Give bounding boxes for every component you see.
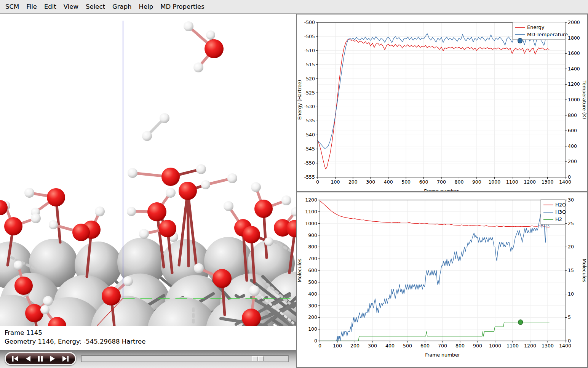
svg-text:400: 400 bbox=[308, 291, 317, 297]
hydrogen-atom[interactable] bbox=[194, 263, 204, 273]
svg-text:-540: -540 bbox=[304, 132, 315, 138]
svg-text:700: 700 bbox=[438, 343, 447, 349]
svg-text:0: 0 bbox=[316, 179, 319, 185]
hydrogen-atom[interactable] bbox=[24, 188, 34, 198]
oxygen-atom[interactable] bbox=[47, 188, 65, 206]
svg-text:400: 400 bbox=[384, 179, 393, 185]
svg-text:Temperature (K): Temperature (K) bbox=[582, 80, 587, 119]
hydrogen-atom[interactable] bbox=[43, 296, 53, 306]
svg-text:1000: 1000 bbox=[489, 343, 501, 349]
hydrogen-atom[interactable] bbox=[128, 168, 137, 178]
energy-temperature-chart[interactable]: 0100200300400500600700800900100011001200… bbox=[297, 14, 587, 191]
oxygen-atom[interactable] bbox=[14, 277, 33, 295]
menu-scm[interactable]: SCM bbox=[5, 3, 19, 10]
molecule-count-chart-panel[interactable]: 0100200300400500600700800900100011001200… bbox=[296, 192, 588, 368]
svg-text:1200: 1200 bbox=[305, 197, 317, 203]
oxygen-atom[interactable] bbox=[205, 39, 224, 58]
play-button[interactable] bbox=[48, 356, 57, 362]
menu-edit[interactable]: Edit bbox=[44, 3, 56, 10]
molecule-scene bbox=[0, 14, 296, 326]
svg-text:600: 600 bbox=[568, 128, 577, 133]
svg-text:Frame number: Frame number bbox=[424, 188, 459, 191]
svg-text:-520: -520 bbox=[304, 76, 315, 82]
svg-text:Energy: Energy bbox=[527, 24, 545, 30]
last-frame-button[interactable] bbox=[61, 356, 69, 362]
oxygen-atom[interactable] bbox=[161, 168, 180, 186]
svg-text:MD-Temperature: MD-Temperature bbox=[527, 32, 568, 37]
menu-view[interactable]: View bbox=[64, 3, 78, 10]
hydrogen-atom[interactable] bbox=[251, 182, 261, 192]
svg-text:600: 600 bbox=[308, 267, 317, 273]
oxygen-atom[interactable] bbox=[243, 226, 260, 243]
svg-text:1000: 1000 bbox=[568, 97, 580, 102]
svg-text:300: 300 bbox=[368, 343, 377, 349]
hydrogen-atom[interactable] bbox=[127, 207, 136, 216]
svg-text:10: 10 bbox=[568, 291, 574, 297]
hydrogen-atom[interactable] bbox=[281, 195, 291, 205]
svg-text:Frame number: Frame number bbox=[425, 352, 460, 358]
oxygen-atom[interactable] bbox=[72, 224, 90, 241]
svg-text:500: 500 bbox=[403, 343, 412, 349]
svg-text:-555: -555 bbox=[304, 174, 315, 180]
oxygen-atom[interactable] bbox=[179, 182, 197, 200]
hydrogen-atom[interactable] bbox=[249, 285, 260, 296]
menu-file[interactable]: File bbox=[26, 3, 37, 10]
menu-select[interactable]: Select bbox=[86, 3, 105, 10]
hydrogen-atom[interactable] bbox=[123, 276, 133, 286]
oxygen-atom[interactable] bbox=[25, 304, 43, 322]
molecule-count-chart[interactable]: 0100200300400500600700800900100011001200… bbox=[297, 192, 587, 367]
hydrogen-atom[interactable] bbox=[227, 173, 237, 183]
hydrogen-atom[interactable] bbox=[201, 180, 210, 189]
oxygen-atom[interactable] bbox=[147, 202, 166, 221]
svg-text:20: 20 bbox=[568, 244, 574, 250]
hydrogen-atom[interactable] bbox=[184, 21, 193, 31]
hydrogen-atom[interactable] bbox=[206, 30, 215, 40]
hydrogen-atom[interactable] bbox=[196, 164, 206, 174]
hydrogen-atom[interactable] bbox=[95, 206, 105, 216]
svg-text:700: 700 bbox=[308, 256, 317, 261]
first-frame-button[interactable] bbox=[11, 356, 20, 362]
pause-button[interactable] bbox=[36, 356, 45, 362]
svg-text:15: 15 bbox=[568, 267, 574, 273]
hydrogen-atom[interactable] bbox=[264, 237, 273, 246]
svg-text:800: 800 bbox=[454, 179, 463, 185]
svg-text:300: 300 bbox=[366, 179, 375, 185]
svg-text:-500: -500 bbox=[304, 19, 315, 25]
hydrogen-atom[interactable] bbox=[139, 229, 149, 239]
step-back-button[interactable] bbox=[24, 356, 32, 362]
oxygen-atom[interactable] bbox=[254, 200, 273, 218]
svg-text:H2: H2 bbox=[555, 216, 562, 222]
hydrogen-atom[interactable] bbox=[49, 220, 58, 229]
svg-text:200: 200 bbox=[568, 158, 577, 164]
svg-text:400: 400 bbox=[568, 143, 577, 149]
frame-slider-track[interactable] bbox=[81, 355, 289, 362]
oxygen-atom[interactable] bbox=[213, 269, 232, 288]
svg-text:900: 900 bbox=[472, 179, 481, 185]
svg-text:-515: -515 bbox=[304, 62, 315, 67]
oxygen-atom[interactable] bbox=[4, 217, 22, 235]
hydrogen-atom[interactable] bbox=[14, 261, 23, 270]
hydrogen-atom[interactable] bbox=[166, 188, 176, 198]
svg-text:H3O: H3O bbox=[555, 209, 566, 215]
hydrogen-atom[interactable] bbox=[224, 201, 233, 211]
svg-text:1100: 1100 bbox=[305, 209, 317, 214]
svg-text:800: 800 bbox=[308, 244, 317, 250]
frame-slider-thumb[interactable] bbox=[252, 356, 264, 361]
oxygen-atom[interactable] bbox=[102, 286, 121, 306]
svg-text:1400: 1400 bbox=[568, 66, 580, 72]
molecule-viewport[interactable] bbox=[0, 14, 296, 326]
oxygen-atom[interactable] bbox=[159, 220, 176, 237]
hydrogen-atom[interactable] bbox=[142, 131, 152, 141]
svg-text:-545: -545 bbox=[304, 146, 315, 152]
menu-md-properties[interactable]: MD Properties bbox=[160, 3, 205, 10]
md-movie-window: SCM File Edit View Select Graph Help MD … bbox=[0, 0, 588, 368]
energy-temperature-chart-panel[interactable]: 0100200300400500600700800900100011001200… bbox=[296, 14, 588, 192]
hydrogen-atom[interactable] bbox=[160, 113, 169, 123]
hydrogen-atom[interactable] bbox=[193, 62, 203, 72]
menu-graph[interactable]: Graph bbox=[112, 3, 132, 10]
svg-text:1300: 1300 bbox=[542, 179, 554, 185]
hydrogen-atom[interactable] bbox=[31, 213, 41, 223]
menu-help[interactable]: Help bbox=[139, 3, 153, 10]
hydrogen-atom[interactable] bbox=[40, 305, 50, 314]
svg-text:Molecules: Molecules bbox=[297, 259, 302, 282]
